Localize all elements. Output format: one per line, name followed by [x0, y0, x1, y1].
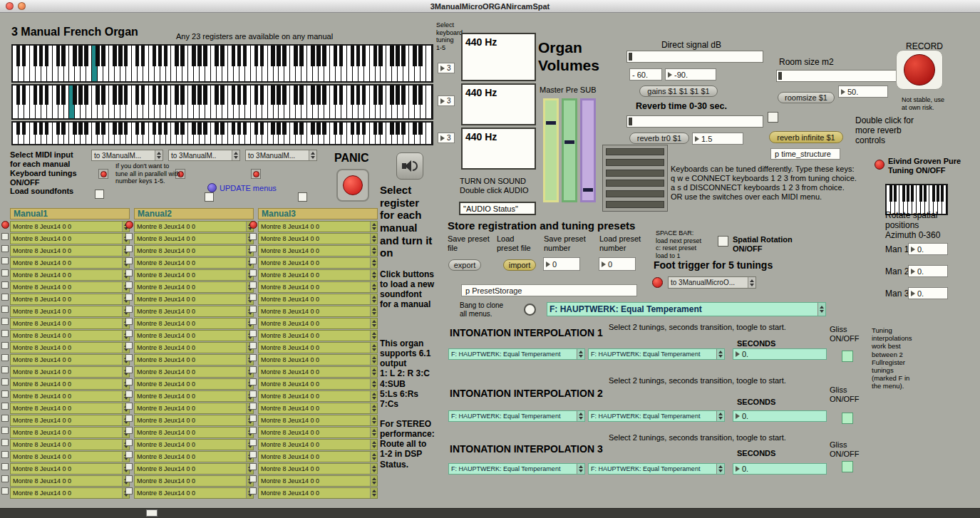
- black-key[interactable]: [237, 86, 242, 105]
- register-mini-checkbox[interactable]: [249, 306, 257, 313]
- foot-trigger-button[interactable]: [652, 277, 663, 288]
- black-key[interactable]: [73, 86, 77, 105]
- black-key[interactable]: [941, 185, 944, 202]
- black-key[interactable]: [282, 86, 287, 105]
- black-key[interactable]: [101, 123, 105, 135]
- black-key[interactable]: [362, 86, 366, 105]
- register-mini-checkbox[interactable]: [1, 269, 9, 276]
- keyboard-manual-2[interactable]: [11, 84, 433, 120]
- black-key[interactable]: [271, 86, 275, 105]
- gliss-3-checkbox[interactable]: [842, 461, 853, 472]
- black-key[interactable]: [158, 46, 163, 66]
- room-size-slider[interactable]: [776, 70, 903, 82]
- register-menu[interactable]: Montre 8 Jeux14 0 0: [258, 415, 378, 426]
- update-menus-button[interactable]: [207, 183, 217, 192]
- register-menu[interactable]: Montre 8 Jeux14 0 0: [10, 233, 130, 244]
- black-key[interactable]: [907, 185, 909, 202]
- register-menu[interactable]: Montre 8 Jeux14 0 0: [134, 475, 254, 487]
- register-mini-checkbox[interactable]: [249, 342, 257, 349]
- black-key[interactable]: [373, 46, 378, 66]
- black-key[interactable]: [351, 46, 355, 66]
- reverb-time-slider[interactable]: [626, 115, 763, 128]
- black-key[interactable]: [61, 46, 66, 66]
- black-key[interactable]: [378, 123, 383, 135]
- eivind-tuning-button[interactable]: [875, 160, 884, 170]
- register-menu[interactable]: Montre 8 Jeux14 0 0: [134, 269, 254, 281]
- reverb-tr0-button[interactable]: reverb tr0 $1: [629, 133, 689, 144]
- freq-display-1[interactable]: 440 Hz: [461, 33, 536, 81]
- tuning-numberbox-1[interactable]: 3: [438, 63, 455, 73]
- register-mini-checkbox[interactable]: [249, 257, 257, 264]
- black-key[interactable]: [141, 123, 145, 135]
- black-key[interactable]: [118, 86, 123, 105]
- register-mini-checkbox[interactable]: [125, 427, 133, 434]
- black-key[interactable]: [78, 86, 83, 105]
- black-key[interactable]: [260, 123, 264, 135]
- register-mini-checkbox[interactable]: [1, 487, 9, 494]
- black-key[interactable]: [215, 46, 219, 66]
- register-menu[interactable]: Montre 8 Jeux14 0 0: [258, 342, 378, 353]
- black-key[interactable]: [390, 123, 394, 135]
- register-menu[interactable]: Montre 8 Jeux14 0 0: [258, 378, 378, 390]
- black-key[interactable]: [153, 86, 157, 105]
- black-key[interactable]: [418, 46, 423, 66]
- keyboard-manual-3[interactable]: [11, 121, 433, 145]
- black-key[interactable]: [22, 86, 26, 105]
- register-menu[interactable]: Montre 8 Jeux14 0 0: [258, 403, 378, 414]
- register-mini-checkbox[interactable]: [1, 415, 9, 422]
- black-key[interactable]: [277, 86, 281, 105]
- register-menu[interactable]: Montre 8 Jeux14 0 0: [134, 427, 254, 438]
- black-key[interactable]: [232, 46, 236, 66]
- black-key[interactable]: [418, 123, 423, 135]
- black-key[interactable]: [39, 86, 43, 105]
- register-mini-checkbox[interactable]: [1, 403, 9, 410]
- register-menu[interactable]: Montre 8 Jeux14 0 0: [10, 415, 130, 426]
- black-key[interactable]: [22, 46, 26, 66]
- black-key[interactable]: [84, 86, 88, 105]
- register-menu[interactable]: Montre 8 Jeux14 0 0: [10, 439, 130, 450]
- soundfont-checkbox-2[interactable]: [205, 192, 214, 202]
- black-key[interactable]: [902, 185, 905, 202]
- register-menu[interactable]: Montre 8 Jeux14 0 0: [258, 427, 378, 438]
- register-menu[interactable]: Montre 8 Jeux14 0 0: [134, 463, 254, 475]
- black-key[interactable]: [316, 86, 321, 105]
- volume-slider-master[interactable]: [543, 98, 559, 202]
- interpolation-1-seconds-numberbox[interactable]: 0.: [733, 348, 827, 360]
- register-menu[interactable]: Montre 8 Jeux14 0 0: [134, 439, 254, 450]
- black-key[interactable]: [396, 46, 400, 66]
- black-key[interactable]: [401, 123, 406, 135]
- register-menu[interactable]: Montre 8 Jeux14 0 0: [258, 439, 378, 450]
- roomsize-numberbox[interactable]: 50.: [838, 86, 888, 98]
- black-key[interactable]: [311, 86, 315, 105]
- black-key[interactable]: [911, 185, 914, 202]
- register-mini-checkbox[interactable]: [249, 403, 257, 410]
- black-key[interactable]: [271, 46, 275, 66]
- black-key[interactable]: [299, 46, 304, 66]
- interpolation-3-menu-b[interactable]: F: HAUPTWERK: Equal Temperament: [588, 463, 725, 475]
- black-key[interactable]: [924, 185, 927, 202]
- register-menu[interactable]: Montre 8 Jeux14 0 0: [258, 306, 378, 317]
- tuning-numberbox-3[interactable]: 3: [438, 133, 455, 143]
- white-key[interactable]: [426, 123, 432, 144]
- black-key[interactable]: [73, 46, 77, 66]
- black-key[interactable]: [339, 123, 344, 135]
- register-menu[interactable]: Montre 8 Jeux14 0 0: [134, 366, 254, 378]
- freq-display-2[interactable]: 440 Hz: [461, 83, 536, 125]
- register-menu[interactable]: Montre 8 Jeux14 0 0: [10, 451, 130, 462]
- man-1-azimuth-numberbox[interactable]: 0.: [908, 243, 948, 255]
- tuning-numberbox-2[interactable]: 3: [438, 95, 455, 106]
- black-key[interactable]: [356, 123, 361, 135]
- register-mini-checkbox[interactable]: [125, 451, 133, 458]
- register-mini-checkbox[interactable]: [249, 451, 257, 458]
- black-key[interactable]: [316, 123, 321, 135]
- black-key[interactable]: [396, 123, 400, 135]
- register-menu[interactable]: Montre 8 Jeux14 0 0: [258, 318, 378, 329]
- black-key[interactable]: [22, 123, 26, 135]
- black-key[interactable]: [203, 46, 207, 66]
- black-key[interactable]: [61, 123, 66, 135]
- man-2-azimuth-numberbox[interactable]: 0.: [908, 265, 948, 277]
- black-key[interactable]: [78, 123, 83, 135]
- register-mini-checkbox[interactable]: [249, 269, 257, 276]
- register-menu[interactable]: Montre 8 Jeux14 0 0: [258, 233, 378, 244]
- black-key[interactable]: [33, 46, 38, 66]
